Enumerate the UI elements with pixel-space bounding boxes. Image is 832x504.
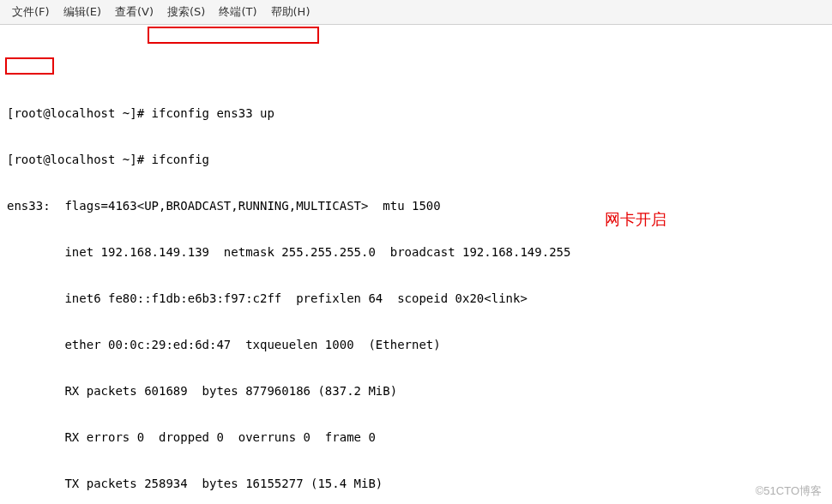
command-1: ifconfig ens33 up <box>152 106 274 120</box>
terminal-output[interactable]: [root@localhost ~]# ifconfig ens33 up [r… <box>0 25 832 504</box>
highlight-command <box>148 27 319 44</box>
watermark: ©51CTO博客 <box>756 483 822 499</box>
ens33-inet: inet 192.168.149.139 netmask 255.255.255… <box>7 244 825 260</box>
menu-file[interactable]: 文件(F) <box>9 3 53 21</box>
ens33-inet6: inet6 fe80::f1db:e6b3:f97:c2ff prefixlen… <box>7 291 825 306</box>
menu-search[interactable]: 搜索(S) <box>164 3 208 21</box>
menu-view[interactable]: 查看(V) <box>112 3 157 21</box>
annotation-label: 网卡开启 <box>605 212 666 227</box>
ens33-txp: TX packets 258934 bytes 16155277 (15.4 M… <box>7 476 825 491</box>
menu-edit[interactable]: 编辑(E) <box>60 3 105 21</box>
ens33-ether: ether 00:0c:29:ed:6d:47 txqueuelen 1000 … <box>7 337 825 352</box>
iface-name: ens33: <box>7 199 51 213</box>
prompt-line-2: [root@localhost ~]# ifconfig <box>7 152 825 167</box>
menu-terminal[interactable]: 终端(T) <box>215 3 260 21</box>
menu-help[interactable]: 帮助(H) <box>268 3 314 21</box>
highlight-interface <box>5 57 54 75</box>
prompt-line-1: [root@localhost ~]# ifconfig ens33 up <box>7 105 825 121</box>
ens33-rxe: RX errors 0 dropped 0 overruns 0 frame 0 <box>7 429 825 445</box>
command-2: ifconfig <box>152 153 209 166</box>
menu-bar: 文件(F) 编辑(E) 查看(V) 搜索(S) 终端(T) 帮助(H) <box>0 0 832 25</box>
ens33-rxp: RX packets 601689 bytes 877960186 (837.2… <box>7 383 825 399</box>
iface-flags: flags=4163<UP,BROADCAST,RUNNING,MULTICAS… <box>51 199 441 213</box>
prompt: [root@localhost ~]# <box>7 153 152 166</box>
ens33-header: ens33: flags=4163<UP,BROADCAST,RUNNING,M… <box>7 198 825 213</box>
prompt: [root@localhost ~]# <box>7 106 152 120</box>
